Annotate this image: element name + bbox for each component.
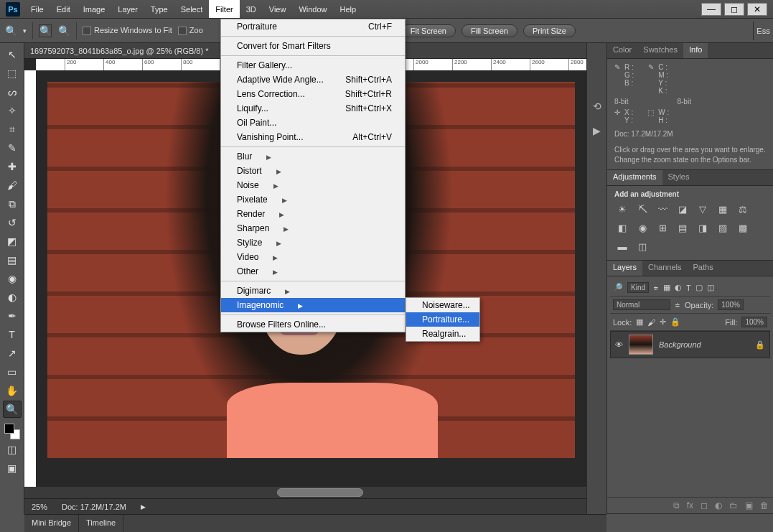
filter-adjust-icon[interactable]: ◐ — [675, 283, 682, 292]
brightness-icon[interactable]: ☀ — [616, 204, 629, 215]
eraser-tool-icon[interactable]: ◩ — [3, 233, 22, 250]
group-icon[interactable]: 🗀 — [729, 500, 738, 510]
minimize-button[interactable]: — — [701, 3, 721, 16]
heal-tool-icon[interactable]: ✚ — [3, 158, 22, 175]
maximize-button[interactable]: ◻ — [724, 3, 744, 16]
menu-3d[interactable]: 3D — [240, 0, 263, 18]
filter-item[interactable]: Adaptive Wide Angle...Shift+Ctrl+A — [221, 73, 405, 87]
new-layer-icon[interactable]: ▣ — [745, 500, 753, 510]
resize-windows-checkbox[interactable]: Resize Windows to Fit — [83, 26, 172, 35]
mask-icon[interactable]: ◻ — [701, 500, 708, 510]
menu-layer[interactable]: Layer — [111, 0, 144, 18]
history-brush-icon[interactable]: ↺ — [3, 214, 22, 231]
fill-screen-button[interactable]: Fill Screen — [462, 24, 517, 37]
color-swatch[interactable] — [4, 424, 20, 439]
filter-item[interactable]: Video — [221, 250, 405, 264]
tab-mini-bridge[interactable]: Mini Bridge — [24, 515, 79, 532]
zoom-checkbox[interactable]: Zoo — [178, 26, 203, 35]
menu-image[interactable]: Image — [77, 0, 112, 18]
tab-layers[interactable]: Layers — [607, 261, 642, 276]
play-panel-icon[interactable]: ▶ — [593, 125, 601, 136]
filter-item[interactable]: Noise — [221, 178, 405, 192]
lasso-tool-icon[interactable]: ᔕ — [3, 83, 22, 101]
shape-tool-icon[interactable]: ▭ — [3, 363, 22, 381]
lock-trans-icon[interactable]: ▦ — [636, 317, 643, 327]
curves-icon[interactable]: 〰 — [656, 204, 669, 215]
wand-tool-icon[interactable]: ✧ — [3, 102, 22, 119]
print-size-button[interactable]: Print Size — [523, 24, 576, 37]
path-tool-icon[interactable]: ↗ — [3, 345, 22, 362]
zoom-in-icon[interactable]: 🔍 — [39, 24, 52, 37]
levels-icon[interactable]: ⛏ — [636, 204, 649, 215]
menu-file[interactable]: File — [24, 0, 50, 18]
zoom-out-icon[interactable]: 🔍 — [57, 24, 70, 37]
stamp-tool-icon[interactable]: ⧉ — [3, 195, 22, 213]
layer-row[interactable]: 👁 Background 🔒 — [610, 331, 770, 358]
exposure-icon[interactable]: ◪ — [676, 204, 689, 215]
eyedropper-tool-icon[interactable]: ✎ — [3, 139, 22, 157]
photofilter-icon[interactable]: ◉ — [636, 223, 649, 234]
blur-tool-icon[interactable]: ◉ — [3, 270, 22, 287]
screenmode-icon[interactable]: ▣ — [3, 459, 22, 477]
tab-swatches[interactable]: Swatches — [637, 43, 683, 58]
lock-all-icon[interactable]: 🔒 — [670, 317, 680, 327]
zoom-tool-icon[interactable]: 🔍 — [3, 401, 22, 418]
selcolor-icon[interactable]: ◫ — [636, 241, 649, 253]
zoom-tool-icon[interactable]: 🔍 — [4, 24, 17, 37]
menu-type[interactable]: Type — [144, 0, 174, 18]
invert-icon[interactable]: ◨ — [696, 223, 709, 234]
filter-item[interactable]: Imagenomic — [221, 298, 405, 312]
tab-timeline[interactable]: Timeline — [79, 515, 123, 532]
pen-tool-icon[interactable]: ✒ — [3, 307, 22, 325]
bw-icon[interactable]: ◧ — [616, 223, 629, 234]
menu-view[interactable]: View — [263, 0, 293, 18]
menu-window[interactable]: Window — [292, 0, 333, 18]
layer-filter-kind[interactable]: Kind — [627, 282, 649, 293]
filter-item[interactable]: Liquify...Shift+Ctrl+X — [221, 101, 405, 116]
menu-filter[interactable]: Filter — [209, 0, 239, 18]
huesat-icon[interactable]: ▦ — [716, 204, 729, 215]
hand-tool-icon[interactable]: ✋ — [3, 382, 22, 399]
dodge-tool-icon[interactable]: ◐ — [3, 289, 22, 306]
filter-item[interactable]: Sharpen — [221, 221, 405, 235]
filter-item[interactable]: Render — [221, 207, 405, 221]
filter-item[interactable]: Pixelate — [221, 192, 405, 207]
layer-thumbnail[interactable] — [629, 335, 653, 355]
submenu-item[interactable]: Realgrain... — [406, 327, 479, 341]
filter-item[interactable]: Convert for Smart Filters — [221, 39, 405, 53]
tab-styles[interactable]: Styles — [662, 170, 695, 185]
workspace-switcher[interactable]: Ess — [753, 22, 773, 40]
filter-item[interactable]: Stylize — [221, 235, 405, 250]
close-button[interactable]: ✕ — [747, 3, 767, 16]
blend-mode-select[interactable]: Normal — [613, 299, 670, 310]
filter-item[interactable]: Browse Filters Online... — [221, 317, 405, 332]
tab-channels[interactable]: Channels — [642, 261, 687, 276]
gradient-tool-icon[interactable]: ▤ — [3, 251, 22, 269]
menu-help[interactable]: Help — [334, 0, 363, 18]
history-panel-icon[interactable]: ⟲ — [593, 101, 601, 112]
filter-pixel-icon[interactable]: ▦ — [663, 283, 670, 292]
tab-paths[interactable]: Paths — [688, 261, 719, 276]
colorbal-icon[interactable]: ⚖ — [736, 204, 749, 215]
visibility-icon[interactable]: 👁 — [615, 340, 623, 349]
filter-item[interactable]: Distort — [221, 164, 405, 178]
filter-item[interactable]: Filter Gallery... — [221, 58, 405, 73]
filter-item[interactable]: PortraitureCtrl+F — [221, 19, 405, 34]
fill-value[interactable]: 100% — [741, 317, 767, 327]
trash-icon[interactable]: 🗑 — [760, 500, 769, 510]
gradmap-icon[interactable]: ▬ — [616, 241, 629, 253]
zoom-level[interactable]: 25% — [32, 503, 47, 511]
link-layers-icon[interactable]: ⧉ — [673, 500, 680, 510]
fx-icon[interactable]: fx — [687, 500, 693, 510]
adjustment-layer-icon[interactable]: ◐ — [715, 500, 722, 510]
fit-screen-button[interactable]: Fit Screen — [401, 24, 456, 37]
marquee-tool-icon[interactable]: ⬚ — [3, 65, 22, 82]
move-tool-icon[interactable]: ↖ — [3, 46, 22, 63]
type-tool-icon[interactable]: T — [3, 326, 22, 343]
poster-icon[interactable]: ▨ — [716, 223, 729, 234]
menu-edit[interactable]: Edit — [50, 0, 77, 18]
filter-smart-icon[interactable]: ◫ — [707, 283, 714, 292]
brush-tool-icon[interactable]: 🖌 — [3, 177, 22, 194]
crop-tool-icon[interactable]: ⌗ — [3, 121, 22, 138]
filter-item[interactable]: Other — [221, 264, 405, 279]
